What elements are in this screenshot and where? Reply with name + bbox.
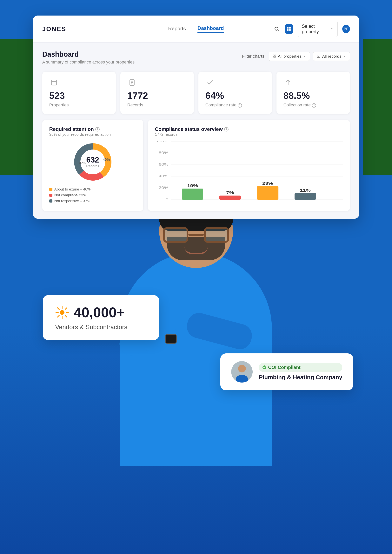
svg-text:23%: 23% [262,181,273,185]
vendors-label: Vendors & Subcontractors [55,323,147,331]
svg-point-59 [238,365,246,372]
svg-point-61 [262,365,266,369]
dashboard-header: Dashboard A summary of compliance across… [42,50,350,65]
svg-text:20%: 20% [159,186,168,190]
stat-records: 1772 Records [120,72,194,114]
coi-person-icon [231,361,252,383]
dashboard-card: JONES Reports Dashboard [33,15,359,219]
header-right: Select property PF [273,21,350,37]
tab-reports[interactable]: Reports [168,26,186,32]
overview-title: Compliance status overview ? [155,126,343,132]
coi-badge: COI Compliant [259,363,342,372]
properties-icon [49,78,59,87]
grid-icon[interactable] [285,24,293,34]
tab-dashboard[interactable]: Dashboard [197,25,224,33]
stat-properties: 523 Properties [42,72,116,114]
svg-line-55 [65,315,67,317]
svg-rect-9 [274,57,276,58]
collection-label: Collection rate ? [283,103,343,108]
svg-rect-6 [273,55,274,56]
svg-rect-8 [273,57,274,58]
svg-point-49 [60,310,64,315]
svg-line-1 [278,30,279,31]
donut-chart: 632 Records 37% 40% [71,140,114,183]
legend-red: Not compliant- 23% [49,193,136,197]
coi-avatar [231,361,252,383]
bar-chart-svg: 100% 80% 60% 40% 20% 0 19% Compliant [155,141,343,200]
records-value: 1772 [127,90,187,101]
svg-text:0: 0 [166,197,168,200]
svg-rect-13 [51,80,56,85]
svg-text:80%: 80% [159,151,168,155]
checkmark-icon [262,365,266,370]
vendors-icon [55,305,69,319]
svg-text:100%: 100% [156,141,168,143]
pct-40-label: 40% [103,158,110,162]
filter-properties-dropdown[interactable]: All properties [269,52,310,61]
properties-value: 523 [49,90,109,101]
svg-rect-4 [287,29,288,31]
required-attention-card: Required attention ? 35% of your records… [42,120,143,211]
svg-text:60%: 60% [159,162,168,166]
pct-37-label: 37% [79,161,86,165]
vendors-top: 40,000+ [55,304,147,320]
app-header: JONES Reports Dashboard [33,15,359,42]
svg-line-54 [57,308,59,309]
svg-line-57 [57,315,59,317]
dashboard-content: Dashboard A summary of compliance across… [33,42,359,219]
compliance-label: Compliance rate ? [205,103,265,108]
attention-info-icon: ? [95,127,100,132]
svg-rect-7 [274,55,276,56]
records-label: Records [127,103,187,108]
svg-text:11%: 11% [300,188,310,192]
svg-rect-3 [289,27,291,28]
svg-rect-10 [317,55,320,57]
donut-label: Records [86,164,99,168]
records-icon [127,78,137,87]
legend-red-dot [49,194,52,197]
compliance-icon [205,78,215,87]
legend-dark: Not responsive – 37% [49,199,136,203]
filter-records-dropdown[interactable]: All records [313,52,350,61]
overview-info-icon: ? [224,127,229,132]
filter-label: Filter charts: [242,54,266,59]
search-icon[interactable] [273,25,280,33]
page-title: Dashboard [42,50,135,58]
svg-rect-5 [289,29,291,31]
svg-text:7%: 7% [226,190,234,195]
avatar[interactable]: PF [342,25,350,33]
collection-value: 88.5% [283,90,343,101]
legend-dark-dot [49,199,52,203]
stat-collection: 88.5% Collection rate ? [276,72,350,114]
coi-card: COI Compliant Plumbing & Heating Company [220,353,353,390]
filter-controls: Filter charts: All properties All record… [242,50,350,61]
overview-subtitle: 1772 records [155,132,343,137]
attention-subtitle: 35% of your records required action [49,132,136,137]
coi-company: Plumbing & Heating Company [259,374,342,381]
svg-rect-43 [257,186,278,200]
compliance-info-icon: ? [238,103,242,108]
svg-rect-40 [219,196,241,200]
svg-rect-37 [182,189,203,200]
vendors-number: 40,000+ [74,304,125,320]
select-property-button[interactable]: Select property [298,21,338,37]
svg-line-56 [65,308,67,309]
stat-compliance: 64% Compliance rate ? [198,72,272,114]
svg-rect-46 [294,193,316,200]
bar-chart-container: 100% 80% 60% 40% 20% 0 19% Compliant [155,141,343,200]
dashboard-title-block: Dashboard A summary of compliance across… [42,50,135,65]
collection-icon [283,78,293,87]
donut-center: 632 Records [86,155,99,168]
attention-title: Required attention ? [49,126,136,132]
donut-value: 632 [86,155,99,164]
compliance-overview-card: Compliance status overview ? 1772 record… [148,120,350,211]
compliance-value: 64% [205,90,265,101]
app-logo: JONES [42,25,119,33]
stats-row: 523 Properties 1772 Records 64% [42,72,350,114]
legend-orange-dot [49,188,52,191]
svg-text:40%: 40% [159,174,168,178]
coi-info: COI Compliant Plumbing & Heating Company [259,363,342,381]
sunburst-icon [55,305,69,319]
charts-row: Required attention ? 35% of your records… [42,120,350,211]
vendors-card: 40,000+ Vendors & Subcontractors [43,295,159,340]
